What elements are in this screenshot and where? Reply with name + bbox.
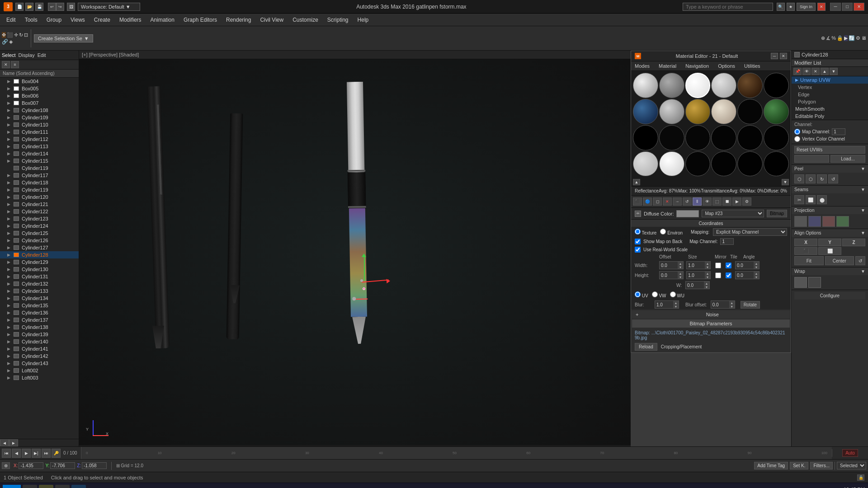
me-minimize-button[interactable]: ─ <box>771 53 778 59</box>
wrap-shape-2[interactable] <box>808 277 821 288</box>
me-tool-options[interactable]: ⚙ <box>742 197 751 206</box>
list-item[interactable]: ▶Cylinder121 <box>0 201 79 208</box>
menu-scripting[interactable]: Scripting <box>323 15 353 25</box>
align-extra-1[interactable]: ⬛ <box>794 247 817 255</box>
scroll-left-button[interactable]: ◄ <box>0 439 9 446</box>
material-sphere-2[interactable] <box>659 73 684 98</box>
list-item[interactable]: ▶Loft003 <box>0 374 79 381</box>
peel-icon-1[interactable]: ⬡ <box>794 174 804 183</box>
me-scroll-up-button[interactable]: ▲ <box>633 179 640 185</box>
viewport-content[interactable]: Y X <box>79 59 631 445</box>
material-sphere-20[interactable] <box>659 151 684 177</box>
me-close-button[interactable]: ✕ <box>780 53 787 59</box>
material-sphere-6[interactable] <box>764 73 789 98</box>
stack-move-up-button[interactable]: ▲ <box>821 68 829 75</box>
select-move-button[interactable]: ✛ <box>14 32 18 38</box>
material-sphere-17[interactable] <box>737 125 763 150</box>
open-file-button[interactable]: 📂 <box>25 3 33 11</box>
help-search-icon[interactable]: 🔍 <box>777 3 785 11</box>
me-tab-material[interactable]: Material <box>656 62 679 70</box>
stack-move-down-button[interactable]: ▼ <box>830 68 838 75</box>
align-z-button[interactable]: Z <box>842 239 865 246</box>
list-item[interactable]: ▶Cylinder112 <box>0 136 79 143</box>
menu-civil-view[interactable]: Civil View <box>255 15 288 25</box>
me-tool-delete[interactable]: ✕ <box>663 197 672 206</box>
v-angle-input[interactable] <box>736 272 754 278</box>
me-tool-sample[interactable]: ⬛ <box>633 197 642 206</box>
blur-input[interactable] <box>655 302 673 308</box>
peel-section-header[interactable]: Peel ▼ <box>792 165 868 173</box>
me-tool-material-map[interactable]: Ⅱ <box>693 197 702 206</box>
material-sphere-13[interactable] <box>633 125 658 150</box>
width-tile-checkbox[interactable] <box>726 263 731 268</box>
material-sphere-9[interactable] <box>685 99 711 124</box>
seam-icon-2[interactable]: ⬜ <box>806 195 816 204</box>
tab-select[interactable]: Select <box>2 52 16 58</box>
u-angle-input[interactable] <box>736 263 754 268</box>
list-item[interactable]: ▶Loft002 <box>0 367 79 374</box>
render-production-button[interactable]: ▶ <box>844 35 848 41</box>
scroll-right-button[interactable]: ► <box>9 439 18 446</box>
stack-delete-button[interactable]: ✕ <box>811 68 820 75</box>
w-angle-input[interactable] <box>686 282 704 288</box>
stack-show-button[interactable]: 👁 <box>802 68 811 75</box>
width-offset-input[interactable] <box>660 263 678 268</box>
channel-input[interactable] <box>832 128 845 135</box>
align-extra-2[interactable]: ⬜ <box>818 247 841 255</box>
reset-icon[interactable]: ↺ <box>855 256 865 265</box>
me-scroll-down-button[interactable]: ▼ <box>782 179 789 185</box>
modifier-edge[interactable]: Edge <box>792 91 868 98</box>
bookmark-icon[interactable]: ★ <box>787 3 795 11</box>
menu-help[interactable]: Help <box>353 15 373 25</box>
me-tool-box[interactable]: ◻ <box>653 197 662 206</box>
reset-uvws-button[interactable]: Reset UVWs <box>794 146 865 154</box>
sign-in-button[interactable]: Sign In <box>797 3 816 11</box>
reload-button[interactable]: Reload <box>635 343 657 351</box>
list-item[interactable]: Cylinder119 <box>0 164 79 172</box>
list-item[interactable]: ▶Cylinder138 <box>0 324 79 331</box>
taskbar-folder[interactable]: 📂 <box>55 485 70 488</box>
me-tab-utilities[interactable]: Utilities <box>741 62 763 70</box>
menu-group[interactable]: Group <box>42 15 66 25</box>
list-item[interactable]: ▶Cylinder119 <box>0 186 79 193</box>
noise-section[interactable]: + Noise <box>632 310 790 319</box>
material-sphere-11[interactable] <box>737 99 763 124</box>
list-item[interactable]: ▶Cylinder130 <box>0 266 79 273</box>
filters-button[interactable]: Filters... <box>810 462 833 469</box>
tab-display[interactable]: Display <box>19 52 35 58</box>
menu-graph-editors[interactable]: Graph Editors <box>179 15 222 25</box>
show-map-checkbox[interactable] <box>635 239 641 244</box>
select-object-button[interactable]: ✥ <box>2 32 6 38</box>
peel-icon-3[interactable]: ↻ <box>817 174 827 183</box>
list-item[interactable]: ▶Cylinder140 <box>0 338 79 345</box>
map-select[interactable]: Map #23 <box>702 210 764 217</box>
redo-button[interactable]: ↪ <box>56 3 64 11</box>
height-offset-input[interactable] <box>660 272 678 278</box>
spinner-snap-button[interactable]: 🔒 <box>837 35 843 41</box>
material-sphere-24[interactable] <box>764 151 789 177</box>
x-coord-input[interactable] <box>19 462 43 469</box>
material-sphere-18[interactable] <box>764 125 789 150</box>
render-setup-button[interactable]: ⚙ <box>856 35 860 41</box>
new-file-button[interactable]: 📄 <box>15 3 24 11</box>
me-tool-show-bg[interactable]: ⬚ <box>712 197 722 206</box>
list-item[interactable]: ▶Cylinder118 <box>0 179 79 186</box>
rotate-button[interactable]: ↻ <box>19 32 23 38</box>
diffuse-color-swatch[interactable] <box>676 210 699 217</box>
list-item[interactable]: ▶Cylinder123 <box>0 215 79 222</box>
taskbar-file-explorer[interactable]: 📁 <box>23 485 37 488</box>
material-sphere-23[interactable] <box>737 151 763 177</box>
list-item[interactable]: ▶Box007 <box>0 99 79 107</box>
center-button[interactable]: Center <box>825 256 854 265</box>
save-file-button[interactable]: 💾 <box>35 3 43 11</box>
close-button[interactable]: ✕ <box>854 3 864 11</box>
me-tool-reset[interactable]: ↺ <box>683 197 692 206</box>
modifier-unwrap-uvw[interactable]: ▶ Unwrap UVW <box>792 76 868 84</box>
bitmap-button[interactable]: Bitmap <box>767 210 787 217</box>
material-sphere-12[interactable] <box>764 99 789 124</box>
modifier-editable-poly[interactable]: Editable Poly <box>792 113 868 120</box>
me-tab-navigation[interactable]: Navigation <box>683 62 712 70</box>
mapping-select[interactable]: Explicit Map Channel <box>713 228 787 236</box>
list-item[interactable]: ▶Box005 <box>0 85 79 92</box>
create-selection-dropdown[interactable]: Create Selection Se ▼ <box>34 34 93 42</box>
